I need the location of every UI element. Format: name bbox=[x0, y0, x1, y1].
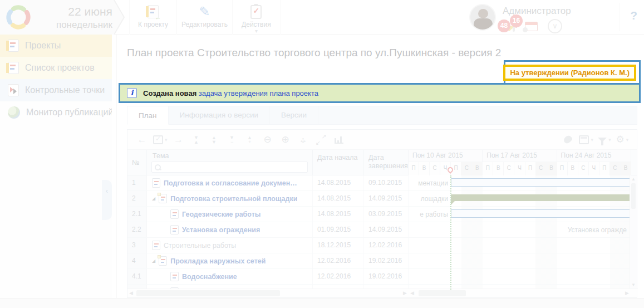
status-callout-box: На утверждении (Радионов К. М.) bbox=[504, 60, 641, 83]
status-badge[interactable]: На утверждении (Радионов К. М.) bbox=[503, 65, 636, 81]
info-icon: i bbox=[127, 88, 137, 98]
banner-text: Создана новая задача утверждения плана п… bbox=[143, 89, 318, 97]
modal-fade-overlay bbox=[0, 0, 644, 308]
app-window: 22 июня понедельник К проекту✎Редактиров… bbox=[0, 0, 644, 308]
banner-link[interactable]: задача утверждения плана проекта bbox=[199, 89, 318, 97]
notification-banner: i Создана новая задача утверждения плана… bbox=[119, 83, 641, 103]
banner-bold-text: Создана новая bbox=[143, 89, 196, 97]
